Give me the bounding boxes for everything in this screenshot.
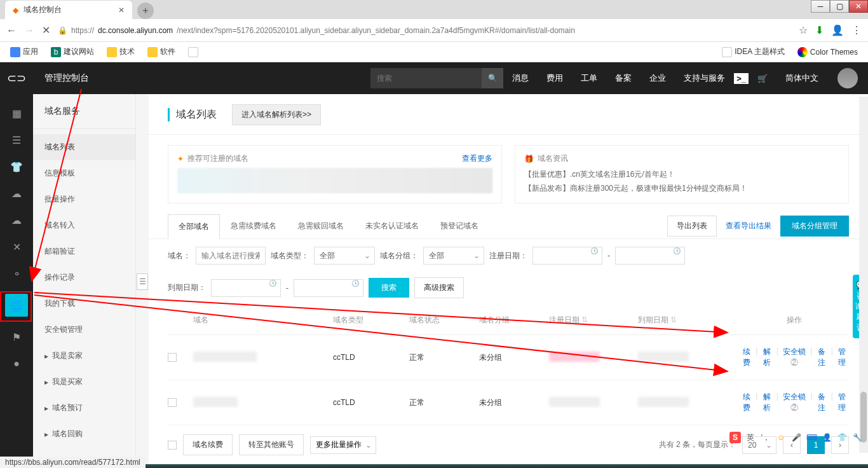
sidebar-item-email[interactable]: 邮箱验证 [33, 238, 135, 265]
advanced-search-button[interactable]: 高级搜索 [414, 277, 464, 298]
bulk-more-select[interactable]: 更多批量操作 [310, 436, 376, 454]
profile-icon[interactable]: 👤 [831, 24, 844, 36]
rail-cloud2-icon[interactable]: ☁ [10, 214, 23, 226]
sidebar-buyer[interactable]: ▸我是买家 [33, 369, 135, 395]
header-link-icp[interactable]: 备案 [606, 72, 641, 84]
op-manage[interactable]: 管理 [836, 392, 849, 413]
news-line-2[interactable]: 【新品发布】商标注册300元起，极速申报最快1分钟提交商标局！ [524, 182, 839, 196]
console-title[interactable]: 管理控制台 [33, 72, 100, 84]
tab-renew[interactable]: 急需续费域名 [220, 214, 287, 238]
op-renew[interactable]: 续费 [740, 347, 753, 368]
sidebar-item-security[interactable]: 安全锁管理 [33, 317, 135, 343]
rail-flag-icon[interactable]: ⚑ [10, 331, 23, 343]
rail-server-icon[interactable]: ☰ [10, 134, 23, 146]
ime-keyboard-icon[interactable]: ⌨ [806, 432, 817, 443]
op-renew[interactable]: 续费 [740, 392, 753, 413]
export-button[interactable]: 导出列表 [667, 216, 717, 237]
sidebar-item-info-template[interactable]: 信息模板 [33, 160, 135, 186]
ime-mic-icon[interactable]: 🎤 [790, 432, 802, 443]
browser-tab-active[interactable]: ◆ 域名控制台 ✕ [5, 1, 132, 19]
op-remark[interactable]: 备注 [815, 392, 828, 413]
bookmark-folder[interactable]: 技术 [103, 45, 139, 59]
rail-share-icon[interactable]: ⚬ [10, 267, 23, 280]
filter-exp-from[interactable] [211, 279, 281, 297]
filter-group-select[interactable]: 全部 [423, 247, 484, 265]
ime-lang[interactable]: 英 [745, 432, 756, 443]
bookmark-color-themes[interactable]: Color Themes [794, 45, 862, 59]
sidebar-seller[interactable]: ▸我是卖家 [33, 343, 135, 369]
header-link-messages[interactable]: 消息 [503, 72, 538, 84]
tab-redeem[interactable]: 急需赎回域名 [287, 214, 355, 238]
dns-list-button[interactable]: 进入域名解析列表>> [232, 104, 321, 125]
sidebar-buyback[interactable]: ▸域名回购 [33, 421, 135, 447]
lang-switcher[interactable]: 简体中文 [776, 72, 827, 84]
sogou-icon[interactable]: S [729, 432, 741, 443]
aliyun-logo-icon[interactable]: ⊂⊃ [0, 71, 33, 85]
sidebar-item-transfer-in[interactable]: 域名转入 [33, 212, 135, 238]
sidebar-collapse-icon[interactable]: ☰ [137, 273, 148, 290]
col-group[interactable]: 域名分组 [479, 315, 549, 326]
tab-preorder[interactable]: 预登记域名 [430, 214, 489, 238]
rail-cross-icon[interactable]: ✕ [10, 240, 23, 253]
filter-reg-to[interactable] [615, 247, 685, 265]
rail-grid-icon[interactable]: ▦ [10, 107, 23, 120]
header-link-tickets[interactable]: 工单 [572, 72, 606, 84]
row-checkbox[interactable] [168, 398, 177, 407]
search-button[interactable]: 搜索 [369, 278, 409, 298]
nav-stop-icon[interactable]: ✕ [42, 24, 50, 36]
col-reg[interactable]: 注册日期 ⇅ [549, 315, 638, 326]
ime-user-icon[interactable]: 👤 [821, 432, 832, 443]
bookmark-folder[interactable]: 软件 [144, 45, 179, 59]
header-link-enterprise[interactable]: 企业 [641, 72, 675, 84]
sidebar-item-batch[interactable]: 批量操作 [33, 186, 135, 212]
op-lock[interactable]: 安全锁② [781, 347, 808, 368]
nav-back-icon[interactable]: ← [6, 25, 17, 36]
filter-domain-input[interactable] [196, 247, 266, 265]
ime-punct-icon[interactable]: '， [760, 432, 771, 443]
tab-close-icon[interactable]: ✕ [118, 6, 125, 15]
header-search-input[interactable] [370, 68, 482, 88]
rail-shirt-icon[interactable]: 👕 [10, 160, 23, 173]
row-checkbox[interactable] [168, 353, 177, 362]
window-minimize[interactable]: ─ [811, 0, 830, 13]
filter-reg-from[interactable] [532, 247, 602, 265]
bookmark-item[interactable]: b建议网站 [47, 45, 98, 59]
bulk-transfer-button[interactable]: 转至其他账号 [239, 434, 304, 455]
tab-all[interactable]: 全部域名 [168, 214, 220, 239]
select-all-checkbox[interactable] [168, 441, 177, 450]
menu-icon[interactable]: ⋮ [851, 24, 862, 36]
tab-unverified[interactable]: 未实名认证域名 [355, 214, 430, 238]
sidebar-item-log[interactable]: 操作记录 [33, 265, 135, 291]
filter-type-select[interactable]: 全部 [314, 247, 375, 265]
header-search-button[interactable]: 🔍 [482, 68, 503, 88]
nav-forward-icon[interactable]: → [24, 25, 34, 36]
bookmark-blank[interactable] [184, 45, 202, 59]
sidebar-item-download[interactable]: 我的下载 [33, 291, 135, 317]
window-close[interactable]: ✕ [849, 0, 868, 13]
ime-skin-icon[interactable]: 👕 [836, 432, 848, 443]
terminal-icon[interactable]: >_ [734, 73, 749, 84]
op-lock[interactable]: 安全锁② [781, 392, 808, 413]
download-icon[interactable]: ⬇ [815, 24, 824, 36]
filter-exp-to[interactable] [294, 279, 363, 297]
avatar[interactable] [837, 68, 858, 88]
col-status[interactable]: 域名状态 [409, 315, 479, 326]
header-link-billing[interactable]: 费用 [538, 72, 572, 84]
rail-circle-icon[interactable]: ● [10, 357, 23, 370]
star-icon[interactable]: ☆ [799, 24, 808, 36]
banner-more-link[interactable]: 查看更多 [462, 153, 492, 164]
op-resolve[interactable]: 解析 [760, 347, 773, 368]
bookmark-idea[interactable]: IDEA 主题样式 [718, 45, 789, 59]
ime-smile-icon[interactable]: ☺ [775, 432, 787, 443]
group-manage-button[interactable]: 域名分组管理 [780, 216, 849, 237]
news-line-1[interactable]: 【批量优惠】.cn英文域名注册16元/首年起！ [524, 168, 839, 182]
window-maximize[interactable]: ▢ [830, 0, 849, 13]
col-domain[interactable]: 域名 [193, 315, 333, 326]
bookmarks-apps[interactable]: 应用 [6, 45, 42, 59]
op-remark[interactable]: 备注 [815, 347, 828, 368]
cart-icon[interactable]: 🛒 [749, 74, 776, 83]
ime-tools-icon[interactable]: 🔧 [851, 432, 863, 443]
url-field[interactable]: 🔒 https://dc.console.aliyun.com/next/ind… [58, 26, 791, 35]
sidebar-item-domain-list[interactable]: 域名列表 [33, 134, 135, 160]
export-result-link[interactable]: 查看导出结果 [726, 221, 771, 231]
